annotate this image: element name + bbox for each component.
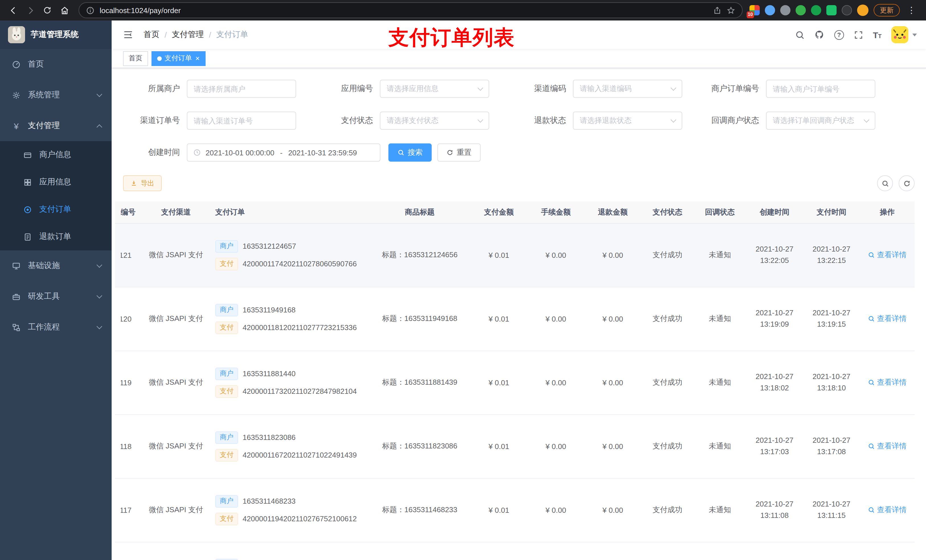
extension-icon-1[interactable]: 10 <box>749 5 760 15</box>
view-detail-link[interactable]: 查看详情 <box>868 377 906 388</box>
sidebar-item-home[interactable]: 首页 <box>0 49 112 80</box>
channel-pay-no: 4200001181202110277723215336 <box>243 323 357 332</box>
cell-id: 120 <box>115 287 142 350</box>
address-bar[interactable]: localhost:1024/pay/order <box>79 2 743 18</box>
filter-notify-status: 回调商户状态 请选择订单回调商户状态 <box>702 112 875 130</box>
sidebar-item-payment[interactable]: ¥ 支付管理 <box>0 110 112 141</box>
extension-icon-2[interactable] <box>765 5 775 15</box>
extension-icon-3[interactable] <box>780 5 790 15</box>
merchant-input[interactable] <box>187 80 296 98</box>
cell-pay-time: 2021-10-27 13:19:15 <box>803 287 860 350</box>
sidebar-item-app-info[interactable]: 应用信息 <box>0 169 112 196</box>
browser-update-button[interactable]: 更新 <box>874 4 900 17</box>
cell-pay-order: 商户 1635311457936 支付 <box>210 542 369 560</box>
extension-icon-7[interactable] <box>842 5 852 15</box>
refresh-button[interactable] <box>899 175 915 191</box>
table-row: 119 微信 JSAPI 支付 商户 1635311881440 支 <box>115 350 915 414</box>
extension-icon-5[interactable] <box>811 5 821 15</box>
cell-channel: 微信 JSAPI 支付 <box>142 287 210 350</box>
forward-icon[interactable] <box>23 3 38 18</box>
pay-tag: 支付 <box>215 512 238 525</box>
table-row: 121 微信 JSAPI 支付 商户 1635312124657 支 <box>115 223 915 287</box>
logo-image <box>8 26 25 43</box>
search-icon[interactable] <box>795 30 804 39</box>
share-icon[interactable] <box>713 6 722 15</box>
breadcrumb-pay-order: 支付订单 <box>216 30 248 40</box>
cell-create-time: 2021-10-27 13:17:03 <box>746 414 803 478</box>
filter-row-3: 创建时间 2021-10-01 00:00:00 - 2021-10-31 23… <box>123 143 915 162</box>
url-text[interactable]: localhost:1024/pay/order <box>100 6 708 15</box>
site-info-icon[interactable] <box>86 6 95 15</box>
search-button[interactable]: 搜索 <box>388 143 432 162</box>
merchant-order-no-input[interactable] <box>766 80 875 98</box>
cell-notify: 未通知 <box>694 350 746 414</box>
extension-icon-4[interactable] <box>796 5 806 15</box>
channel-code-select[interactable]: 请输入渠道编码 <box>573 80 682 98</box>
tab-home[interactable]: 首页 <box>123 51 148 66</box>
sidebar-item-devtools[interactable]: 研发工具 <box>0 281 112 312</box>
home-icon[interactable] <box>57 3 72 18</box>
cell-refund <box>584 542 641 560</box>
back-icon[interactable] <box>6 3 21 18</box>
bookmark-star-icon[interactable] <box>727 6 735 15</box>
font-size-icon[interactable]: TT <box>873 30 882 39</box>
fullscreen-icon[interactable] <box>853 30 863 39</box>
refund-status-select[interactable]: 请选择退款状态 <box>573 112 682 130</box>
table-header-row: 编号 支付渠道 支付订单 商品标题 支付金额 手续金额 退款金额 支付状态 回调… <box>115 201 915 223</box>
sidebar-item-merchant-info[interactable]: 商户信息 <box>0 141 112 169</box>
yen-icon: ¥ <box>11 122 21 130</box>
col-fee: 手续金额 <box>527 201 584 223</box>
cell-fee: ¥ 0.00 <box>527 478 584 542</box>
date-range-picker[interactable]: 2021-10-01 00:00:00 - 2021-10-31 23:59:5… <box>187 143 380 162</box>
cell-amount <box>471 542 527 560</box>
cell-pay-time: 2021-10-27 13:11:15 <box>803 478 860 542</box>
github-icon[interactable] <box>814 30 825 40</box>
cell-id: 121 <box>115 223 142 287</box>
help-icon[interactable]: ? <box>834 30 844 39</box>
sidebar-item-infrastructure[interactable]: 基础设施 <box>0 251 112 281</box>
sidebar-item-refund-order[interactable]: 退款订单 <box>0 223 112 251</box>
avatar[interactable] <box>891 26 908 43</box>
cell-channel: 微信 JSAPI 支付 <box>142 350 210 414</box>
cell-refund: ¥ 0.00 <box>584 223 641 287</box>
breadcrumb-separator: / <box>165 30 167 39</box>
view-detail-link[interactable]: 查看详情 <box>868 314 906 324</box>
cell-fee: ¥ 0.00 <box>527 287 584 350</box>
cell-channel <box>142 542 210 560</box>
view-detail-link[interactable]: 查看详情 <box>868 250 906 260</box>
collapse-sidebar-icon[interactable] <box>121 27 136 42</box>
col-title: 商品标题 <box>369 201 471 223</box>
breadcrumb-home[interactable]: 首页 <box>144 30 159 40</box>
sidebar-item-pay-order[interactable]: 支付订单 <box>0 196 112 223</box>
user-menu[interactable] <box>891 26 917 43</box>
close-icon[interactable]: × <box>195 54 200 62</box>
date-end[interactable]: 2021-10-31 23:59:59 <box>288 148 357 157</box>
sidebar-logo[interactable]: 芋道管理系统 <box>0 21 112 49</box>
browser-menu-icon[interactable]: ⋮ <box>905 5 918 15</box>
reload-icon[interactable] <box>40 3 54 18</box>
toggle-search-button[interactable] <box>877 175 893 191</box>
sidebar-item-system[interactable]: 系统管理 <box>0 80 112 110</box>
col-create-time: 创建时间 <box>746 201 803 223</box>
profile-avatar-icon[interactable] <box>857 5 869 16</box>
chevron-down-icon <box>97 262 102 268</box>
pay-tag: 支付 <box>215 385 238 397</box>
export-button[interactable]: 导出 <box>123 175 162 191</box>
merchant-order-no: 1635311468233 <box>243 497 295 506</box>
extension-icon-6[interactable] <box>826 5 837 15</box>
app-id-select[interactable]: 请选择应用信息 <box>380 80 489 98</box>
view-detail-link[interactable]: 查看详情 <box>868 505 906 515</box>
sidebar-item-workflow[interactable]: 工作流程 <box>0 312 112 343</box>
col-pay-time: 支付时间 <box>803 201 860 223</box>
merchant-order-no: 1635312124657 <box>243 242 296 251</box>
credit-card-icon <box>23 151 32 159</box>
breadcrumb-payment[interactable]: 支付管理 <box>172 30 204 40</box>
tab-pay-order[interactable]: 支付订单 × <box>151 51 205 66</box>
date-start[interactable]: 2021-10-01 00:00:00 <box>206 148 274 157</box>
notify-status-select[interactable]: 请选择订单回调商户状态 <box>766 112 875 130</box>
reset-button[interactable]: 重置 <box>437 143 481 162</box>
channel-order-no-input[interactable] <box>187 112 296 130</box>
pay-status-select[interactable]: 请选择支付状态 <box>380 112 489 130</box>
view-detail-link[interactable]: 查看详情 <box>868 441 906 451</box>
filter-row-1: 所属商户 应用编号 请选择应用信息 渠道编码 请输入渠道编码 商户订单编号 <box>123 80 915 98</box>
